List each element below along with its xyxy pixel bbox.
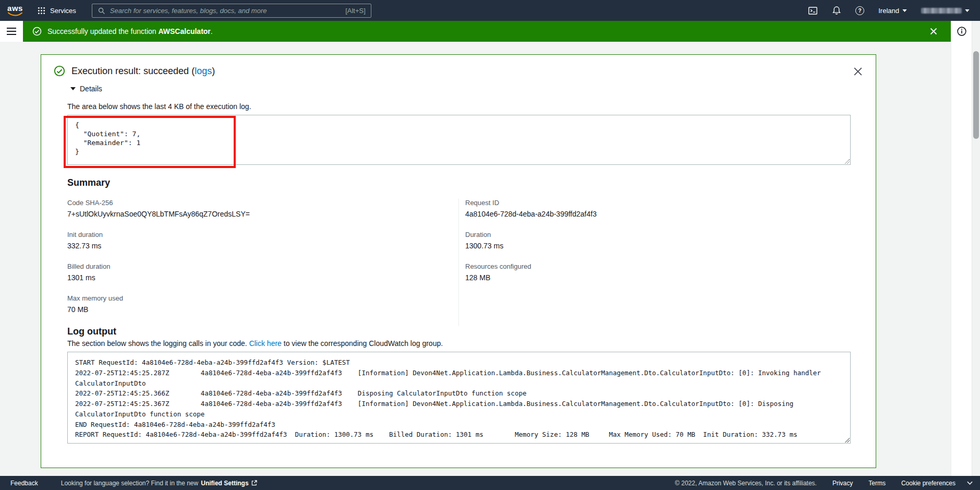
resize-grip-icon[interactable] (844, 159, 850, 164)
feedback-link[interactable]: Feedback (10, 480, 38, 487)
aws-smile-icon (7, 12, 23, 16)
terms-link[interactable]: Terms (868, 480, 886, 487)
summary-item-code-sha: Code SHA-256 7+sUtlOkUyvkrnaSoe0QY8LbTMF… (67, 199, 458, 218)
execution-log-hint: The area below shows the last 4 KB of th… (67, 102, 863, 111)
scrollbar-thumb[interactable] (973, 51, 979, 139)
summary-column-left: Code SHA-256 7+sUtlOkUyvkrnaSoe0QY8LbTMF… (54, 199, 458, 326)
summary-item-duration: Duration 1300.73 ms (465, 231, 863, 250)
console-footer: Feedback Looking for language selection?… (0, 476, 980, 490)
execution-log-container: { "Quotient": 7, "Remainder": 1 } (67, 115, 851, 165)
cloudshell-button[interactable] (808, 6, 818, 15)
summary-title: Summary (67, 177, 863, 188)
execution-result-header: Execution result: succeeded (logs) (54, 65, 863, 77)
summary-item-request-id: Request ID 4a8104e6-728d-4eba-a24b-399ff… (465, 199, 863, 218)
summary-grid: Code SHA-256 7+sUtlOkUyvkrnaSoe0QY8LbTMF… (54, 199, 863, 326)
search-placeholder: Search for services, features, blogs, do… (110, 7, 267, 15)
topnav-right-group: ? Ireland (808, 6, 970, 15)
cookie-preferences-link[interactable]: Cookie preferences (901, 480, 955, 487)
account-menu[interactable] (921, 8, 970, 14)
chevron-down-icon (965, 9, 970, 12)
question-mark-icon: ? (855, 6, 864, 15)
log-output-title: Log output (67, 326, 863, 337)
summary-column-right: Request ID 4a8104e6-728d-4eba-a24b-399ff… (458, 199, 863, 326)
execution-log-textarea[interactable]: { "Quotient": 7, "Remainder": 1 } (67, 115, 851, 165)
aws-logo-text: aws (7, 5, 23, 12)
vertical-scrollbar[interactable] (972, 21, 980, 476)
top-navigation-bar: aws Services Search for services, featur… (0, 0, 980, 21)
cloudshell-terminal-icon (808, 6, 818, 15)
summary-item-billed-duration: Billed duration 1301 ms (67, 262, 458, 282)
copyright-text: © 2022, Amazon Web Services, Inc. or its… (675, 480, 817, 487)
flash-message: Successfully updated the function AWSCal… (47, 27, 213, 35)
execution-result-panel: Execution result: succeeded (logs) Detai… (41, 54, 876, 468)
chevron-down-icon (902, 9, 907, 12)
flash-close-button[interactable] (930, 28, 937, 35)
svg-text:?: ? (858, 8, 862, 14)
success-check-icon (54, 65, 65, 77)
close-icon (854, 67, 862, 76)
success-flashbar: Successfully updated the function AWSCal… (23, 21, 951, 42)
close-icon (930, 28, 937, 35)
summary-item-resources: Resources configured 128 MB (465, 262, 863, 282)
search-icon (98, 7, 105, 15)
scroll-down-arrow[interactable] (967, 481, 973, 485)
details-expander[interactable]: Details (70, 85, 863, 93)
cloudwatch-link[interactable]: Click here (249, 339, 282, 348)
function-name: AWSCalculator (158, 27, 210, 35)
summary-item-max-memory: Max memory used 70 MB (67, 294, 458, 314)
aws-logo[interactable]: aws (7, 5, 23, 16)
triangle-down-icon (70, 87, 76, 90)
log-output-container: START RequestId: 4a8104e6-728d-4eba-a24b… (67, 352, 851, 444)
search-shortcut-hint: [Alt+S] (345, 7, 366, 15)
panel-close-button[interactable] (854, 67, 862, 76)
info-icon (957, 27, 966, 36)
unified-settings-link[interactable]: Unified Settings (201, 480, 248, 487)
app-grid-icon (38, 7, 45, 15)
region-label: Ireland (878, 7, 899, 15)
help-panel-rail (951, 21, 972, 476)
footer-right-group: © 2022, Amazon Web Services, Inc. or its… (675, 480, 955, 487)
log-output-textarea[interactable]: START RequestId: 4a8104e6-728d-4eba-a24b… (67, 352, 851, 444)
execution-result-title: Execution result: succeeded (logs) (71, 66, 215, 77)
sidebar-toggle-button[interactable] (0, 21, 23, 42)
notifications-button[interactable] (832, 6, 841, 15)
main-content-area: Execution result: succeeded (logs) Detai… (0, 42, 951, 476)
resize-grip-icon[interactable] (844, 437, 850, 443)
details-label: Details (80, 85, 102, 93)
external-link-icon (251, 480, 257, 486)
banner-row: Successfully updated the function AWSCal… (0, 21, 951, 42)
language-selection-note: Looking for language selection? Find it … (61, 480, 257, 487)
account-name-redacted (921, 8, 962, 14)
help-button[interactable]: ? (855, 6, 864, 15)
logs-link[interactable]: logs (195, 66, 212, 76)
services-menu-button[interactable]: Services (38, 7, 76, 15)
region-selector[interactable]: Ireland (878, 7, 907, 15)
privacy-link[interactable]: Privacy (832, 480, 853, 487)
summary-item-init-duration: Init duration 332.73 ms (67, 231, 458, 250)
bell-icon (832, 6, 841, 15)
services-label: Services (50, 7, 76, 15)
info-panel-button[interactable] (957, 27, 966, 476)
hamburger-menu-icon (7, 28, 16, 35)
search-input[interactable]: Search for services, features, blogs, do… (92, 4, 371, 18)
success-check-icon (32, 27, 42, 36)
log-output-hint: The section below shows the logging call… (67, 339, 863, 348)
